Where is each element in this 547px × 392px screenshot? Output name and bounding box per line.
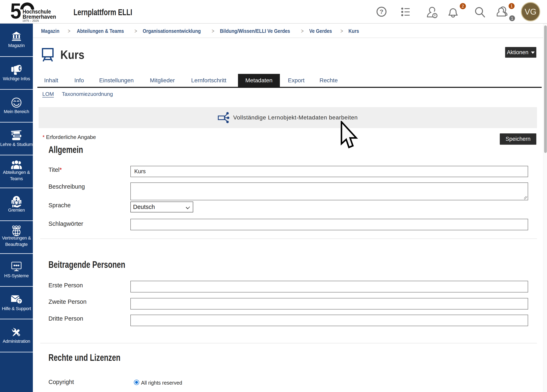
svg-text:?: ? [18, 299, 21, 304]
svg-text:Kurs: Kurs [60, 48, 84, 61]
svg-text:?: ? [380, 8, 383, 15]
svg-text:5: 5 [10, 1, 21, 23]
svg-text:1975 – 2025: 1975 – 2025 [22, 19, 39, 22]
svg-text:Lernplattform ELLI: Lernplattform ELLI [74, 7, 132, 17]
